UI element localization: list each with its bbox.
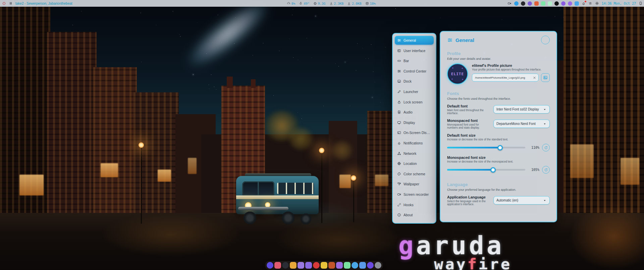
mono-font-size-label: Monospaced font size — [447, 155, 550, 160]
dock-app-red-folder[interactable] — [274, 262, 281, 269]
sidebar-item-audio[interactable]: Audio — [395, 108, 434, 117]
sidebar-item-lock-screen[interactable]: Lock screen — [395, 98, 434, 106]
disk-icon — [365, 2, 369, 5]
sidebar-item-notifications[interactable]: Notifications — [395, 139, 434, 147]
tray-app-purple-circle[interactable] — [561, 1, 566, 6]
dock-app-f-logo[interactable] — [267, 262, 273, 269]
tray-app-dark-round[interactable] — [521, 1, 525, 6]
sidebar-item-label: On-Screen Display — [404, 131, 431, 135]
notifications-bell-icon[interactable] — [582, 1, 586, 5]
sidebar-item-general[interactable]: General — [395, 36, 434, 45]
dock-app-lightning[interactable] — [321, 262, 327, 269]
mono-font-size-slider[interactable] — [447, 169, 525, 171]
dock-app-gray-hexagon[interactable] — [375, 262, 381, 269]
sidebar-item-screen-recorder[interactable]: Screen recorder — [395, 190, 434, 199]
avatar[interactable]: ELITE ✦✦ ✦✦ — [447, 63, 468, 84]
sidebar-item-label: Launcher — [404, 90, 418, 94]
window-title: take2 - Sewerperson, Jabarionthebeat — [15, 2, 72, 5]
dock-app-dark-purple[interactable] — [367, 262, 374, 269]
tray-app-blue-square[interactable] — [575, 1, 579, 6]
tray-app-mint[interactable] — [541, 1, 545, 6]
reset-mono-size-button[interactable] — [542, 166, 550, 174]
sidebar-item-dock[interactable]: Dock — [395, 77, 434, 86]
default-font-size-slider[interactable] — [447, 147, 525, 148]
pen-icon — [397, 90, 401, 94]
dock — [265, 261, 383, 270]
sidebar-item-label: General — [404, 38, 416, 42]
sidebar-item-user-interface[interactable]: User interface — [395, 46, 434, 55]
sidebar-item-about[interactable]: About — [395, 211, 434, 219]
tray-app-pale-mint[interactable] — [548, 1, 552, 6]
dock-app-purple-key[interactable] — [298, 262, 304, 269]
osd-icon — [397, 131, 401, 135]
sidebar-item-label: Control Center — [404, 69, 426, 73]
default-font-select[interactable]: Inter Nerd Font ss02 Display — [493, 105, 550, 114]
power-icon[interactable] — [2, 1, 6, 5]
tray-app-black-circle[interactable] — [554, 1, 559, 6]
workspace-arrows-icon[interactable] — [588, 1, 592, 5]
sidebar-item-network[interactable]: Network — [395, 149, 434, 158]
building — [47, 32, 97, 225]
mono-font-select[interactable]: DepartureMono Nerd Font — [493, 120, 550, 128]
slider-thumb[interactable] — [490, 167, 496, 173]
brightness-icon[interactable] — [595, 1, 599, 5]
close-button[interactable] — [541, 36, 550, 44]
top-bar: take2 - Sewerperson, Jabarionthebeat 8%4… — [0, 0, 644, 7]
street-lamp — [321, 151, 322, 223]
tray-app-orange-bars[interactable] — [534, 1, 539, 6]
clear-path-icon[interactable] — [533, 76, 536, 80]
mono-font-size-description: Increase or decrease the size of the mon… — [447, 160, 550, 163]
tray-app-blue-circle[interactable] — [514, 1, 519, 6]
sidebar-item-hooks[interactable]: Hooks — [395, 200, 434, 209]
sidebar-item-color-scheme[interactable]: Color scheme — [395, 170, 434, 178]
stat-value: 9.3G — [318, 2, 326, 5]
sidebar-item-display[interactable]: Display — [395, 118, 434, 127]
sidebar-item-label: Network — [404, 151, 417, 155]
browse-image-button[interactable] — [541, 73, 550, 82]
sidebar-item-label: User interface — [404, 49, 425, 53]
chevron-down-icon — [543, 122, 547, 126]
default-font-size-description: Increase or decrease the size of the sta… — [447, 138, 550, 141]
sidebar-item-launcher[interactable]: Launcher — [395, 87, 434, 96]
sidebar-list: GeneralUser interfaceBarControl CenterDo… — [395, 36, 434, 219]
app-language-select[interactable]: Automatic (en) — [493, 196, 550, 205]
dock-app-purple-wave[interactable] — [305, 262, 312, 269]
dock-app-terminal[interactable] — [336, 262, 343, 269]
reset-default-size-button[interactable] — [542, 144, 550, 151]
dock-app-telegram[interactable] — [352, 262, 358, 269]
sidebar-item-label: Lock screen — [404, 100, 423, 104]
sidebar-item-location[interactable]: Location — [395, 159, 434, 168]
bell-icon — [397, 141, 401, 145]
tray-app-purple-flower[interactable] — [528, 1, 532, 6]
dock-app-red-circle[interactable] — [313, 262, 320, 269]
dock-app-files[interactable] — [359, 262, 366, 269]
slider-thumb[interactable] — [497, 145, 503, 150]
dock-app-garuda-shield[interactable] — [328, 262, 335, 269]
stat-temperature: 49° — [299, 2, 309, 5]
screenshot-camera-icon[interactable] — [507, 1, 512, 5]
dock-app-orange[interactable] — [290, 262, 297, 269]
dock-app-move-tool[interactable] — [282, 262, 289, 269]
profile-picture-path-input[interactable] — [474, 76, 531, 80]
building — [93, 67, 137, 225]
tablet-mode-icon[interactable] — [639, 1, 643, 5]
stat-value: 49° — [304, 2, 309, 5]
sidebar-item-label: Dock — [404, 79, 412, 83]
chevron-down-icon — [543, 107, 547, 111]
sidebar-item-wallpaper[interactable]: Wallpaper — [395, 180, 434, 188]
pause-icon[interactable] — [9, 1, 13, 5]
tray-apps — [514, 1, 579, 6]
tray-app-violet-circle[interactable] — [568, 1, 572, 6]
mono-font-size-value: 105% — [528, 168, 539, 172]
bar-icon — [397, 59, 401, 63]
up-icon — [347, 2, 351, 5]
sidebar-item-label: Wallpaper — [404, 182, 419, 186]
sidebar-item-on-screen-display[interactable]: On-Screen Display — [395, 128, 434, 137]
clock[interactable]: 14:36 Mon, Oct 27 — [602, 2, 636, 5]
sidebar-item-bar[interactable]: Bar — [395, 56, 434, 65]
videocam-icon — [397, 192, 401, 196]
default-font-description: Main font used throughout the interface. — [447, 109, 490, 115]
dock-app-green-package[interactable] — [344, 262, 351, 269]
sidebar-item-control-center[interactable]: Control Center — [395, 67, 434, 76]
profile-picture-path-field[interactable] — [472, 74, 539, 82]
